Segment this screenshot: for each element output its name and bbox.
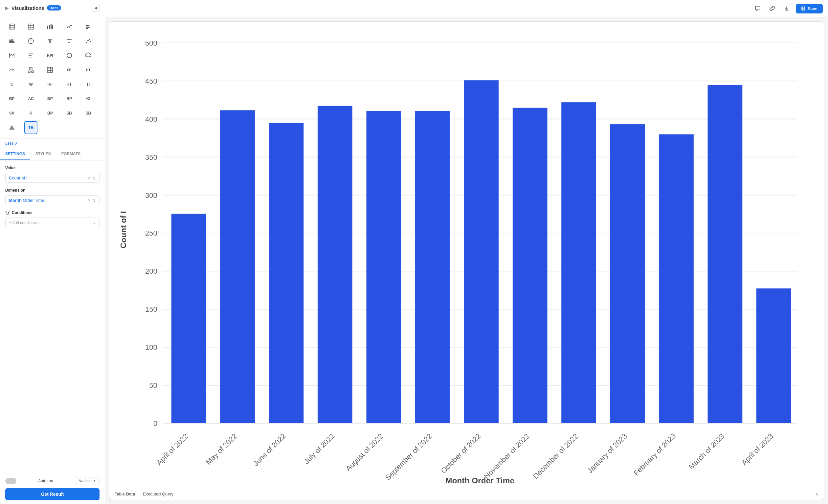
- viz-ac-icon[interactable]: AC: [24, 92, 37, 105]
- viz-scatter-icon[interactable]: [82, 35, 95, 48]
- viz-w-icon[interactable]: W: [24, 78, 37, 91]
- viz-entity-icon[interactable]: [24, 63, 37, 77]
- svg-text:June of 2022: June of 2022: [252, 432, 287, 468]
- svg-text:500: 500: [145, 39, 157, 47]
- auto-run-toggle[interactable]: [5, 478, 16, 484]
- svg-text:150: 150: [145, 305, 157, 313]
- sidebar-expand-icon[interactable]: ▶: [5, 5, 9, 10]
- dimension-selected: Month Order Time: [9, 198, 88, 203]
- bar-april-2022: [171, 214, 206, 423]
- save-button[interactable]: Save: [796, 4, 823, 13]
- viz-heatmap-icon[interactable]: [43, 63, 56, 77]
- docs-badge[interactable]: Docs: [47, 5, 61, 10]
- dimension-clear-icon[interactable]: ×: [88, 197, 91, 203]
- svg-text:0: 0: [153, 419, 157, 427]
- no-limit-button[interactable]: No limit ∧: [75, 477, 99, 485]
- svg-point-26: [87, 40, 89, 41]
- viz-line-icon[interactable]: [63, 20, 76, 33]
- viz-sv-icon[interactable]: SV: [5, 107, 18, 120]
- svg-rect-10: [51, 24, 51, 29]
- chart-area: .axis-label { font-size: 11px; fill: #66…: [109, 21, 824, 488]
- value-field[interactable]: Count of I × ∨: [5, 173, 99, 183]
- svg-rect-16: [11, 40, 12, 43]
- viz-circle-icon[interactable]: [63, 49, 76, 62]
- viz-kpi-icon[interactable]: KPI: [43, 49, 56, 62]
- dimension-dropdown-icon[interactable]: ∨: [93, 197, 96, 203]
- viz-tb-icon[interactable]: TB: [24, 121, 37, 134]
- conditions-filter-icon: [5, 210, 10, 215]
- viz-c-icon[interactable]: C: [5, 78, 18, 91]
- viz-filter-chart-icon[interactable]: [63, 35, 76, 48]
- bar-april-2023: [756, 288, 791, 423]
- viz-bp-icon[interactable]: BP: [5, 92, 18, 105]
- viz-kt-icon[interactable]: KT: [63, 78, 76, 91]
- tab-settings[interactable]: SETTINGS: [0, 148, 30, 160]
- settings-panel: Value Count of I × ∨ Dimension Month Ord…: [0, 161, 105, 473]
- viz-k-icon[interactable]: K: [24, 107, 37, 120]
- sidebar-header: ▶ Visualizations Docs ◀: [0, 0, 105, 16]
- svg-point-25: [86, 42, 87, 43]
- svg-rect-38: [32, 71, 34, 73]
- svg-rect-12: [86, 25, 89, 26]
- viz-sb2-icon[interactable]: SB: [82, 107, 95, 120]
- svg-text:April of 2023: April of 2023: [740, 432, 775, 467]
- download-icon[interactable]: [781, 3, 792, 14]
- comment-icon[interactable]: [752, 3, 763, 14]
- viz-dual-axis-icon[interactable]: [5, 49, 18, 62]
- footer-tab-table-data[interactable]: Table Data: [115, 492, 135, 497]
- conditions-label: Conditions: [12, 210, 33, 215]
- svg-text:March of 2023: March of 2023: [687, 432, 726, 471]
- viz-pivot-icon[interactable]: [24, 20, 37, 33]
- svg-text:October of 2022: October of 2022: [440, 432, 483, 475]
- svg-text:May of 2022: May of 2022: [204, 432, 239, 466]
- value-clear-icon[interactable]: ×: [88, 175, 91, 180]
- viz-ki-icon[interactable]: KI: [82, 92, 95, 105]
- dimension-section-label: Dimension: [5, 188, 99, 193]
- viz-t-icon[interactable]: [5, 121, 18, 134]
- add-condition-button[interactable]: + Add condition... ∨: [5, 218, 99, 228]
- tab-formats[interactable]: FORMATS: [56, 148, 86, 160]
- link-icon[interactable]: [767, 3, 777, 14]
- viz-bp4-icon[interactable]: BP: [43, 107, 56, 120]
- bar-august-2022: [367, 111, 401, 423]
- viz-bar-icon[interactable]: [43, 20, 56, 33]
- svg-text:December of 2022: December of 2022: [531, 432, 580, 480]
- get-result-button[interactable]: Get Result: [5, 488, 99, 500]
- viz-histogram-icon[interactable]: [5, 35, 18, 48]
- viz-sb-icon[interactable]: SB: [63, 107, 76, 120]
- viz-cloud-icon[interactable]: [82, 49, 95, 62]
- svg-rect-37: [28, 71, 30, 73]
- footer-tab-executed-query[interactable]: Executed Query: [143, 492, 173, 497]
- svg-rect-8: [47, 26, 48, 29]
- value-dropdown-icon[interactable]: ∨: [93, 175, 96, 180]
- bar-chart: .axis-label { font-size: 11px; fill: #66…: [116, 28, 817, 485]
- footer-collapse-button[interactable]: ∧: [815, 492, 819, 497]
- sidebar-collapse-button[interactable]: ◀: [92, 4, 99, 12]
- auto-run-label: Auto run: [38, 479, 53, 483]
- viz-funnel-icon[interactable]: [43, 35, 56, 48]
- chart-footer: Table Data Executed Query ∧: [109, 488, 824, 500]
- viz-kpi-list-icon[interactable]: [24, 49, 37, 62]
- svg-text:300: 300: [145, 191, 157, 199]
- viz-bp2-icon[interactable]: BP: [43, 92, 56, 105]
- viz-rf-icon[interactable]: RF: [43, 78, 56, 91]
- viz-column-icon[interactable]: [82, 20, 95, 33]
- viz-table-icon[interactable]: [5, 20, 18, 33]
- svg-rect-11: [52, 25, 53, 29]
- visualization-type-grid: KPI EB HT C W RF KT H BP AC BP BP KI SV …: [0, 16, 105, 138]
- dimension-field[interactable]: Month Order Time × ∨: [5, 195, 99, 205]
- viz-speed-icon[interactable]: [5, 63, 18, 77]
- svg-text:September of 2022: September of 2022: [384, 432, 433, 482]
- tab-styles[interactable]: STYLES: [30, 148, 56, 160]
- svg-text:April of 2022: April of 2022: [155, 432, 190, 467]
- viz-pie-icon[interactable]: [24, 35, 37, 48]
- viz-table-calc-icon[interactable]: EB: [63, 63, 76, 77]
- svg-point-28: [90, 41, 91, 42]
- viz-ht-icon[interactable]: HT: [82, 63, 95, 77]
- viz-h-icon[interactable]: H: [82, 78, 95, 91]
- viz-bp3-icon[interactable]: BP: [63, 92, 76, 105]
- settings-tabs: SETTINGS STYLES FORMATS: [0, 148, 105, 161]
- less-button[interactable]: Less ∧: [0, 138, 105, 148]
- bar-september-2022: [415, 111, 450, 423]
- bar-may-2022: [220, 110, 255, 423]
